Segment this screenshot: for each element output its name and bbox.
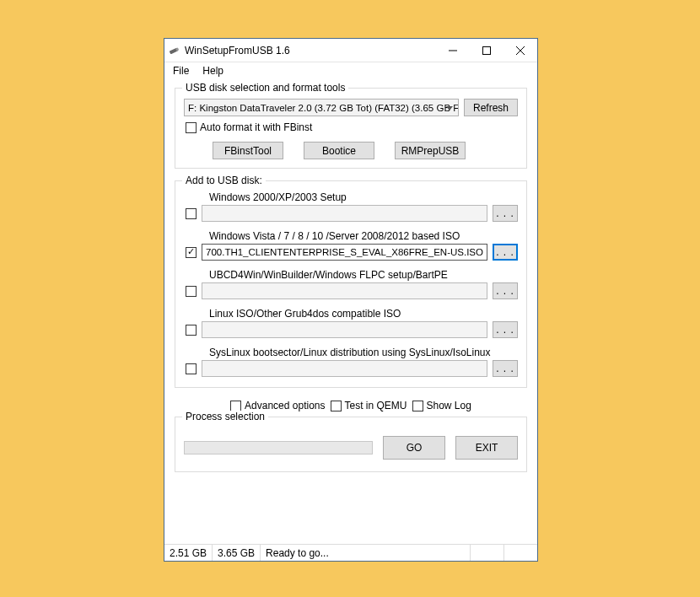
status-msg: Ready to go... xyxy=(261,545,470,561)
rmprepusb-button[interactable]: RMPrepUSB xyxy=(395,142,466,159)
entry-checkbox[interactable] xyxy=(186,363,197,374)
app-window: WinSetupFromUSB 1.6 File Help USB disk s… xyxy=(164,38,538,562)
entry-syslinux: SysLinux bootsector/Linux distribution u… xyxy=(184,347,518,377)
add-group-title: Add to USB disk: xyxy=(182,175,266,186)
maximize-button[interactable] xyxy=(470,39,503,62)
entry-label: Linux ISO/Other Grub4dos compatible ISO xyxy=(209,308,518,320)
entry-checkbox[interactable] xyxy=(186,208,197,219)
autoformat-label: Auto format it with FBinst xyxy=(200,121,312,133)
bootice-button[interactable]: Bootice xyxy=(304,142,374,159)
browse-button[interactable]: . . . xyxy=(493,205,518,222)
entry-label: SysLinux bootsector/Linux distribution u… xyxy=(209,347,518,358)
exit-button[interactable]: EXIT xyxy=(455,436,518,460)
entry-checkbox[interactable] xyxy=(186,247,197,258)
process-group: Process selection GO EXIT xyxy=(175,417,527,472)
test-qemu-checkbox[interactable] xyxy=(331,401,342,411)
svg-rect-3 xyxy=(483,46,491,54)
entry-checkbox[interactable] xyxy=(186,325,197,336)
menubar: File Help xyxy=(164,62,537,79)
entry-label: UBCD4Win/WinBuilder/Windows FLPC setup/B… xyxy=(209,269,518,281)
entry-path-input[interactable] xyxy=(202,360,487,377)
statusbar: 2.51 GB 3.65 GB Ready to go... xyxy=(164,544,537,561)
status-trail1 xyxy=(470,545,503,561)
entry-path-input[interactable] xyxy=(202,321,487,338)
add-usb-group: Add to USB disk: Windows 2000/XP/2003 Se… xyxy=(175,180,527,388)
usb-disk-selected: F: Kingston DataTraveler 2.0 (3.72 GB To… xyxy=(188,103,459,113)
usb-disk-select[interactable]: F: Kingston DataTraveler 2.0 (3.72 GB To… xyxy=(184,99,459,116)
options-row: Advanced options Test in QEMU Show Log xyxy=(175,400,527,411)
go-button[interactable]: GO xyxy=(383,436,445,460)
entry-win2000: Windows 2000/XP/2003 Setup . . . xyxy=(184,191,518,222)
entry-label: Windows 2000/XP/2003 Setup xyxy=(209,191,518,203)
autoformat-checkbox[interactable] xyxy=(186,122,197,133)
browse-button[interactable]: . . . xyxy=(493,321,518,338)
fbinsttool-button[interactable]: FBinstTool xyxy=(213,142,283,159)
close-button[interactable] xyxy=(503,39,537,62)
entry-path-input[interactable] xyxy=(202,282,487,299)
status-trail2 xyxy=(503,545,537,561)
test-qemu-label: Test in QEMU xyxy=(345,400,407,411)
advanced-label: Advanced options xyxy=(245,400,325,411)
entry-path-input[interactable]: 700.TH1_CLIENTENTERPRISE_S_EVAL_X86FRE_E… xyxy=(202,244,487,261)
usb-group-title: USB disk selection and format tools xyxy=(182,82,348,94)
status-size2: 3.65 GB xyxy=(213,545,261,561)
menu-file[interactable]: File xyxy=(168,65,194,77)
entry-linux: Linux ISO/Other Grub4dos compatible ISO … xyxy=(184,308,518,338)
window-title: WinSetupFromUSB 1.6 xyxy=(185,45,290,56)
advanced-checkbox[interactable] xyxy=(230,401,241,411)
entry-path-input[interactable] xyxy=(202,205,487,222)
entry-vista: Windows Vista / 7 / 8 / 10 /Server 2008/… xyxy=(184,230,518,261)
progress-bar xyxy=(184,441,373,454)
app-icon xyxy=(168,44,181,57)
entry-label: Windows Vista / 7 / 8 / 10 /Server 2008/… xyxy=(209,230,518,242)
minimize-button[interactable] xyxy=(436,39,470,62)
entry-ubcd: UBCD4Win/WinBuilder/Windows FLPC setup/B… xyxy=(184,269,518,299)
browse-button[interactable]: . . . xyxy=(493,282,518,299)
entry-checkbox[interactable] xyxy=(186,286,197,297)
content-area: USB disk selection and format tools F: K… xyxy=(164,79,537,544)
browse-button[interactable]: . . . xyxy=(493,244,518,261)
showlog-checkbox[interactable] xyxy=(412,401,423,411)
process-title: Process selection xyxy=(182,411,268,422)
titlebar: WinSetupFromUSB 1.6 xyxy=(164,39,537,62)
showlog-label: Show Log xyxy=(427,400,471,411)
browse-button[interactable]: . . . xyxy=(493,360,518,377)
refresh-button[interactable]: Refresh xyxy=(464,99,518,116)
menu-help[interactable]: Help xyxy=(197,65,229,77)
status-size1: 2.51 GB xyxy=(164,545,213,561)
usb-selection-group: USB disk selection and format tools F: K… xyxy=(175,88,527,169)
